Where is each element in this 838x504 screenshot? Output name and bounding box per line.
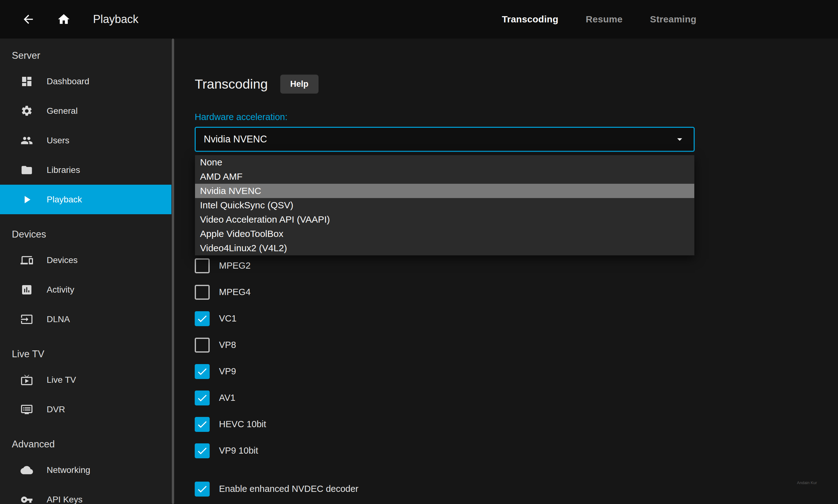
- codec-mpeg2-row[interactable]: MPEG2: [195, 252, 266, 279]
- cloud-icon: [20, 464, 33, 476]
- topbar: Playback TranscodingResumeStreaming: [0, 0, 838, 39]
- hardware-acceleration-label: Hardware acceleration:: [195, 112, 287, 122]
- sidebar-section-title-server: Server: [0, 45, 172, 67]
- codec-mpeg2-label: MPEG2: [219, 260, 251, 271]
- sidebar-item-label: Activity: [47, 285, 74, 295]
- activity-icon: [20, 284, 33, 296]
- sidebar-item-label: General: [47, 106, 78, 116]
- folder-icon: [20, 164, 33, 176]
- select-value: Nvidia NVENC: [204, 134, 267, 145]
- codec-vc1-row[interactable]: VC1: [195, 305, 266, 332]
- sidebar-item-label: Dashboard: [47, 76, 89, 87]
- live-tv-icon: [20, 374, 33, 386]
- sidebar-item-activity[interactable]: Activity: [0, 275, 172, 304]
- nvdec-slot: Enable enhanced NVDEC decoder: [195, 476, 358, 502]
- dvr-icon: [20, 403, 33, 416]
- sidebar-item-devices[interactable]: Devices: [0, 245, 172, 275]
- arrow-back-icon: [21, 13, 35, 26]
- help-button[interactable]: Help: [280, 75, 319, 94]
- dropdown-option-none[interactable]: None: [195, 155, 694, 169]
- tab-streaming[interactable]: Streaming: [650, 14, 696, 24]
- sidebar-item-libraries[interactable]: Libraries: [0, 155, 172, 185]
- sidebar-section-title-devices: Devices: [0, 223, 172, 245]
- codec-av1-label: AV1: [219, 393, 235, 403]
- codec-vp8-checkbox[interactable]: [195, 338, 210, 353]
- gear-icon: [20, 105, 33, 117]
- sidebar-item-dvr[interactable]: DVR: [0, 395, 172, 424]
- sidebar-item-label: DVR: [47, 404, 65, 414]
- sidebar: ServerDashboardGeneralUsersLibrariesPlay…: [0, 39, 172, 504]
- home-icon: [57, 13, 71, 26]
- dropdown-option-nvidia-nvenc[interactable]: Nvidia NVENC: [195, 184, 694, 198]
- sidebar-item-api-keys[interactable]: API Keys: [0, 485, 172, 504]
- codec-vp9-10bit-row[interactable]: VP9 10bit: [195, 437, 266, 464]
- dropdown-option-amd-amf[interactable]: AMD AMF: [195, 169, 694, 184]
- devices-icon: [20, 254, 33, 267]
- sidebar-item-networking[interactable]: Networking: [0, 455, 172, 485]
- codec-vp9-label: VP9: [219, 366, 236, 377]
- dropdown-option-intel-quicksync-qsv[interactable]: Intel QuickSync (QSV): [195, 198, 694, 212]
- sidebar-nav: ServerDashboardGeneralUsersLibrariesPlay…: [0, 45, 172, 504]
- codec-hevc-10bit-label: HEVC 10bit: [219, 419, 266, 429]
- codec-av1-row[interactable]: AV1: [195, 384, 266, 411]
- nvdec-checkbox[interactable]: [195, 482, 210, 497]
- sidebar-item-label: Libraries: [47, 165, 80, 175]
- codec-vc1-checkbox[interactable]: [195, 311, 210, 326]
- codec-mpeg2-checkbox[interactable]: [195, 258, 210, 273]
- page-title: Playback: [93, 13, 139, 26]
- codec-vp8-label: VP8: [219, 340, 236, 350]
- sidebar-scrollbar[interactable]: [172, 39, 175, 504]
- sidebar-item-label: DLNA: [47, 314, 70, 324]
- sidebar-item-live-tv[interactable]: Live TV: [0, 365, 172, 395]
- codec-vp9-10bit-label: VP9 10bit: [219, 446, 258, 456]
- codec-vp9-10bit-checkbox[interactable]: [195, 443, 210, 458]
- codec-hevc-10bit-checkbox[interactable]: [195, 417, 210, 432]
- codec-vp9-checkbox[interactable]: [195, 364, 210, 379]
- dropdown-option-apple-videotoolbox[interactable]: Apple VideoToolBox: [195, 227, 694, 241]
- codec-list: MPEG2MPEG4VC1VP8VP9AV1HEVC 10bitVP9 10bi…: [195, 252, 266, 464]
- codec-mpeg4-label: MPEG4: [219, 287, 251, 297]
- sidebar-item-dashboard[interactable]: Dashboard: [0, 67, 172, 96]
- tab-transcoding[interactable]: Transcoding: [502, 14, 558, 24]
- home-button[interactable]: [53, 8, 75, 31]
- scrollbar-thumb[interactable]: [172, 39, 174, 504]
- check-icon: [196, 483, 208, 495]
- key-icon: [20, 493, 33, 504]
- sidebar-item-label: Networking: [47, 465, 90, 475]
- section-heading: Transcoding: [195, 76, 268, 92]
- nvdec-label: Enable enhanced NVDEC decoder: [219, 484, 358, 494]
- codec-vp9-row[interactable]: VP9: [195, 358, 266, 384]
- sidebar-item-users[interactable]: Users: [0, 126, 172, 155]
- check-icon: [196, 392, 208, 404]
- dropdown-option-video-acceleration-api-vaapi[interactable]: Video Acceleration API (VAAPI): [195, 212, 694, 227]
- sidebar-item-label: Live TV: [47, 375, 76, 385]
- sidebar-section-title-live-tv: Live TV: [0, 343, 172, 365]
- nvdec-row[interactable]: Enable enhanced NVDEC decoder: [195, 476, 358, 502]
- check-icon: [196, 445, 208, 457]
- back-button[interactable]: [17, 8, 39, 31]
- sidebar-item-label: Playback: [47, 195, 82, 204]
- codec-mpeg4-checkbox[interactable]: [195, 285, 210, 300]
- heading-row: Transcoding Help: [195, 75, 319, 94]
- play-icon: [20, 193, 33, 206]
- sidebar-item-playback[interactable]: Playback: [0, 185, 172, 214]
- sidebar-item-label: Users: [47, 136, 69, 145]
- hardware-acceleration-dropdown: NoneAMD AMFNvidia NVENCIntel QuickSync (…: [195, 155, 695, 256]
- sidebar-item-general[interactable]: General: [0, 96, 172, 126]
- main-content: Transcoding Help Hardware acceleration: …: [175, 39, 838, 504]
- check-icon: [196, 366, 208, 377]
- dropdown-option-video4linux2-v4l2[interactable]: Video4Linux2 (V4L2): [195, 241, 694, 255]
- codec-vc1-label: VC1: [219, 313, 236, 324]
- dlna-icon: [20, 313, 33, 326]
- hardware-acceleration-select[interactable]: Nvidia NVENC: [195, 127, 695, 152]
- tab-resume[interactable]: Resume: [586, 14, 623, 24]
- codec-mpeg4-row[interactable]: MPEG4: [195, 279, 266, 305]
- sidebar-item-dlna[interactable]: DLNA: [0, 304, 172, 334]
- sidebar-item-label: Devices: [47, 255, 78, 265]
- codec-vp8-row[interactable]: VP8: [195, 332, 266, 358]
- codec-av1-checkbox[interactable]: [195, 391, 210, 406]
- watermark: Andain Kur: [797, 480, 817, 485]
- codec-hevc-10bit-row[interactable]: HEVC 10bit: [195, 411, 266, 437]
- chevron-down-icon: [674, 133, 685, 145]
- check-icon: [196, 418, 208, 430]
